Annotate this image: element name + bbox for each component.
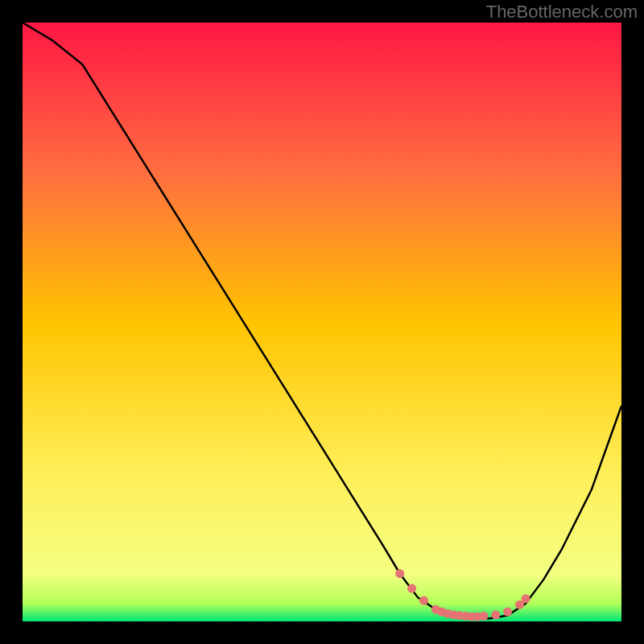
marker-dot (522, 594, 530, 603)
marker-dot (503, 608, 512, 617)
plot-area (23, 23, 621, 621)
chart-container: TheBottleneck.com (0, 0, 644, 644)
marker-dot (491, 610, 500, 619)
marker-dot (479, 612, 488, 621)
chart-svg (23, 23, 621, 621)
marker-dot (419, 597, 428, 605)
marker-dot (395, 569, 404, 578)
marker-dot (407, 584, 416, 593)
watermark-text: TheBottleneck.com (486, 2, 638, 23)
